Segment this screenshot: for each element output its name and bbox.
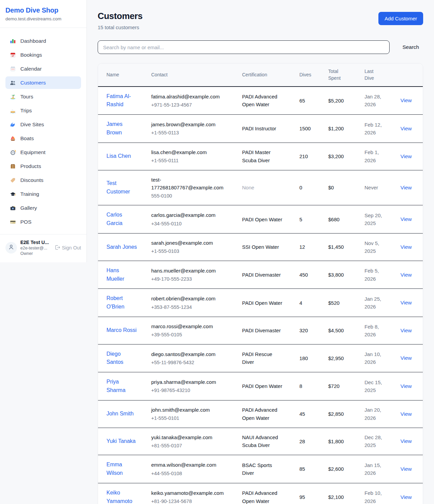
- customer-phone: +81-90-1234-5678: [151, 498, 234, 504]
- user-section: E2E Test U... e2e-tester@... Owner Sign …: [0, 234, 86, 261]
- customer-last-dive: Jan 10, 2026: [364, 351, 381, 365]
- customer-name-link[interactable]: Keiko Yamamoto: [106, 490, 132, 504]
- customer-name-link[interactable]: Hans Mueller: [106, 267, 124, 282]
- view-customer-link[interactable]: View: [400, 153, 412, 159]
- gallery-icon: [9, 205, 16, 211]
- customer-dives: 28: [295, 428, 324, 455]
- view-customer-link[interactable]: View: [400, 438, 412, 444]
- dive-sites-icon: [9, 121, 16, 128]
- view-customer-link[interactable]: View: [400, 383, 412, 389]
- sidebar-item-products[interactable]: Products: [5, 160, 81, 172]
- page-title: Customers: [98, 11, 142, 21]
- customer-total-spent: $1,200: [324, 115, 360, 143]
- view-customer-link[interactable]: View: [400, 126, 412, 131]
- customer-dives: 12: [295, 234, 324, 261]
- view-customer-link[interactable]: View: [400, 411, 412, 417]
- sidebar-item-dashboard[interactable]: Dashboard: [5, 35, 81, 47]
- customer-phone: +39-555-0105: [151, 331, 234, 338]
- customer-dives: 210: [295, 143, 324, 170]
- customer-total-spent: $2,850: [324, 400, 360, 428]
- view-customer-link[interactable]: View: [400, 216, 412, 222]
- sidebar-item-boats[interactable]: Boats: [5, 132, 81, 145]
- customer-dives: 450: [295, 261, 324, 289]
- customer-dives: 1500: [295, 115, 324, 143]
- view-customer-link[interactable]: View: [400, 328, 412, 333]
- customer-last-dive: Jan 28, 2026: [364, 94, 381, 107]
- customer-last-dive: Nov 5, 2025: [364, 240, 379, 254]
- customer-name-link[interactable]: John Smith: [106, 411, 134, 416]
- customer-total-spent: $2,100: [324, 483, 360, 504]
- pos-icon: [9, 219, 16, 225]
- customer-last-dive: Jan 20, 2026: [364, 407, 381, 421]
- customer-phone: +49-170-555-2233: [151, 275, 234, 283]
- sidebar-item-tours[interactable]: Tours: [5, 90, 81, 103]
- dashboard-icon: [9, 38, 16, 44]
- sidebar-item-label: Training: [20, 191, 39, 197]
- customer-certification: BSAC Sports Diver: [242, 462, 272, 476]
- customer-name-link[interactable]: James Brown: [106, 121, 122, 135]
- view-customer-link[interactable]: View: [400, 355, 412, 361]
- sidebar-item-calendar[interactable]: Calendar: [5, 62, 81, 75]
- table-row: Priya Sharmapriya.sharma@example.com+91-…: [98, 372, 423, 400]
- view-customer-link[interactable]: View: [400, 244, 412, 250]
- view-customer-link[interactable]: View: [400, 466, 412, 472]
- customer-email: sarah.jones@example.com: [151, 239, 234, 247]
- sidebar-item-bookings[interactable]: 17Bookings: [5, 49, 81, 61]
- shop-title: Demo Dive Shop: [5, 6, 81, 14]
- customer-phone: 555-0100: [151, 192, 234, 200]
- view-customer-link[interactable]: View: [400, 272, 412, 278]
- sidebar-item-discounts[interactable]: Discounts: [5, 174, 81, 186]
- customer-name-link[interactable]: Test Customer: [106, 180, 130, 194]
- customer-name-link[interactable]: Fatima Al- Rashid: [106, 93, 131, 108]
- sidebar-item-equipment[interactable]: Equipment: [5, 146, 81, 158]
- search-button[interactable]: Search: [398, 41, 423, 53]
- customer-certification: PADI Master Scuba Diver: [242, 149, 271, 163]
- customer-certification: PADI Advanced Open Water: [242, 490, 277, 504]
- customer-certification: None: [242, 185, 254, 190]
- view-customer-link[interactable]: View: [400, 97, 412, 103]
- view-customer-link[interactable]: View: [400, 185, 412, 190]
- user-name: E2E Test U...: [20, 240, 51, 245]
- user-icon: [8, 244, 15, 252]
- customer-name-link[interactable]: Priya Sharma: [106, 379, 125, 393]
- customer-name-link[interactable]: Emma Wilson: [106, 462, 123, 476]
- boats-icon: [9, 135, 16, 142]
- search-input[interactable]: [98, 40, 390, 54]
- customer-name-link[interactable]: Sarah Jones: [106, 244, 137, 250]
- sidebar-item-gallery[interactable]: Gallery: [5, 202, 81, 214]
- customer-name-link[interactable]: Lisa Chen: [106, 153, 131, 159]
- sidebar-item-trips[interactable]: Trips: [5, 104, 81, 117]
- customer-certification: PADI Advanced Open Water: [242, 94, 277, 107]
- customer-email: priya.sharma@example.com: [151, 378, 234, 386]
- customer-email: carlos.garcia@example.com: [151, 211, 234, 219]
- sidebar-item-pos[interactable]: POS: [5, 216, 81, 228]
- customer-name-link[interactable]: Diego Santos: [106, 351, 123, 365]
- customer-name-link[interactable]: Yuki Tanaka: [106, 438, 136, 444]
- column-header-last: Last Dive: [360, 63, 396, 87]
- customer-name-link[interactable]: Robert O'Brien: [106, 295, 124, 310]
- column-header-certification: Certification: [238, 63, 295, 87]
- table-row: Yuki Tanakayuki.tanaka@example.com+81-55…: [98, 428, 423, 455]
- user-role: Owner: [20, 251, 51, 256]
- customer-last-dive: Feb 12, 2026: [364, 122, 382, 135]
- sidebar-item-label: Dive Sites: [20, 122, 44, 128]
- sidebar-item-label: Discounts: [20, 177, 43, 183]
- customer-name-link[interactable]: Marco Rossi: [106, 327, 137, 333]
- view-customer-link[interactable]: View: [400, 494, 412, 500]
- sidebar-item-training[interactable]: Training: [5, 188, 81, 200]
- customer-total-spent: $3,800: [324, 261, 360, 289]
- customer-name-link[interactable]: Carlos Garcia: [106, 212, 122, 226]
- sidebar-item-customers[interactable]: Customers: [5, 76, 81, 89]
- sidebar-item-dive-sites[interactable]: Dive Sites: [5, 118, 81, 131]
- sign-out-button[interactable]: Sign Out: [55, 245, 81, 251]
- customer-certification: PADI Rescue Diver: [242, 351, 272, 365]
- customer-total-spent: $1,450: [324, 234, 360, 261]
- sidebar-item-label: Dashboard: [20, 38, 46, 44]
- customer-certification: PADI Open Water: [242, 217, 282, 222]
- add-customer-button[interactable]: Add Customer: [378, 12, 423, 25]
- customer-dives: 4: [295, 289, 324, 317]
- user-meta: E2E Test U... e2e-tester@... Owner: [20, 240, 51, 256]
- customer-dives: 85: [295, 455, 324, 483]
- view-customer-link[interactable]: View: [400, 300, 412, 305]
- main-content: Customers 15 total customers Add Custome…: [87, 0, 434, 504]
